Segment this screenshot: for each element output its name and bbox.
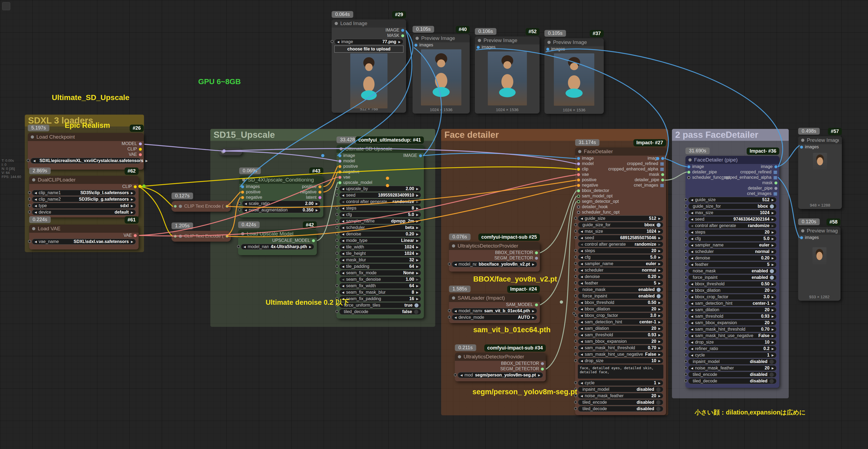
node-header[interactable]: Preview Image bbox=[475, 36, 539, 44]
node-preview-image-40[interactable]: 0.105s#40Preview Imageimages1024 × 1536 bbox=[412, 34, 470, 114]
widget-clip-name2[interactable]: ◀clip_name2SD35\clip_g.safetensors▶ bbox=[32, 196, 136, 202]
increment-arrow-icon[interactable]: ▶ bbox=[131, 198, 133, 201]
widget-socket[interactable] bbox=[574, 256, 577, 259]
widget-socket[interactable] bbox=[574, 359, 577, 362]
node-preview-image-37[interactable]: 0.105s#37Preview Imageimages1024 × 1536 bbox=[545, 38, 604, 114]
widget-socket[interactable] bbox=[684, 340, 687, 343]
widget-scheduler[interactable]: ◀schedulernormal▶ bbox=[688, 249, 777, 255]
widget-socket[interactable] bbox=[336, 245, 338, 248]
decrement-arrow-icon[interactable]: ◀ bbox=[581, 334, 583, 336]
widget-socket[interactable] bbox=[574, 262, 577, 265]
widget-sam-mask-hint-threshold[interactable]: ◀sam_mask_hint_threshold0.70▶ bbox=[578, 345, 663, 351]
widget-socket[interactable] bbox=[684, 366, 687, 369]
decrement-arrow-icon[interactable]: ◀ bbox=[342, 233, 344, 236]
increment-arrow-icon[interactable]: ▶ bbox=[658, 249, 661, 252]
increment-arrow-icon[interactable]: ▶ bbox=[658, 301, 661, 304]
increment-arrow-icon[interactable]: ▶ bbox=[416, 285, 418, 288]
collapse-dot-icon[interactable] bbox=[452, 296, 455, 300]
node-sd4x-upscale-conditioning[interactable]: 0.069s#43SD_4XUpscale_Conditioningimages… bbox=[239, 176, 323, 217]
widget-socket[interactable] bbox=[684, 334, 687, 337]
output-slot-CLIP[interactable] bbox=[134, 185, 137, 188]
decrement-arrow-icon[interactable]: ◀ bbox=[245, 209, 247, 212]
output-slot[interactable] bbox=[226, 235, 228, 238]
decrement-arrow-icon[interactable]: ◀ bbox=[581, 282, 583, 285]
decrement-arrow-icon[interactable]: ◀ bbox=[691, 263, 693, 266]
decrement-arrow-icon[interactable]: ◀ bbox=[691, 211, 693, 214]
increment-arrow-icon[interactable]: ▶ bbox=[416, 297, 418, 300]
widget-socket[interactable] bbox=[28, 198, 31, 201]
decrement-arrow-icon[interactable]: ◀ bbox=[342, 239, 344, 242]
node-header[interactable]: UltralyticsDetectorProvider bbox=[449, 242, 540, 250]
widget-socket[interactable] bbox=[28, 211, 31, 214]
widget-socket[interactable] bbox=[574, 269, 577, 272]
widget-steps[interactable]: ◀steps20▶ bbox=[688, 229, 777, 235]
decrement-arrow-icon[interactable]: ◀ bbox=[581, 382, 583, 385]
decrement-arrow-icon[interactable]: ◀ bbox=[581, 217, 583, 220]
increment-arrow-icon[interactable]: ▶ bbox=[772, 347, 774, 350]
toggle-force-uniform-tiles[interactable]: force_uniform_tilestrue bbox=[339, 302, 421, 308]
increment-arrow-icon[interactable]: ▶ bbox=[772, 354, 774, 357]
decrement-arrow-icon[interactable]: ◀ bbox=[691, 282, 693, 286]
widget-socket[interactable] bbox=[684, 282, 687, 285]
toggle-knob-icon[interactable] bbox=[656, 387, 661, 392]
decrement-arrow-icon[interactable]: ◀ bbox=[581, 347, 583, 350]
increment-arrow-icon[interactable]: ▶ bbox=[658, 382, 661, 385]
widget-socket[interactable] bbox=[684, 289, 687, 292]
node-preview-image-52[interactable]: 0.106s#52Preview Imageimages1024 × 1536 bbox=[475, 36, 539, 114]
widget-socket[interactable] bbox=[684, 198, 687, 201]
widget-feather[interactable]: ◀feather5▶ bbox=[578, 280, 663, 286]
widget-socket[interactable] bbox=[574, 301, 577, 304]
output-slot-UPSCALE_MODEL[interactable] bbox=[312, 239, 315, 242]
widget-socket[interactable] bbox=[684, 373, 687, 376]
group-title-bar[interactable]: Face detailer bbox=[441, 129, 668, 141]
increment-arrow-icon[interactable]: ▶ bbox=[772, 211, 774, 214]
decrement-arrow-icon[interactable]: ◀ bbox=[581, 269, 583, 272]
toggle-tiled-decode[interactable]: tiled_decodefalse bbox=[339, 309, 421, 315]
node-header[interactable]: SD_4XUpscale_Conditioning bbox=[239, 176, 323, 184]
node-header[interactable]: Ultimate SD Upscale bbox=[337, 145, 424, 153]
widget-drop-size[interactable]: ◀drop_size10▶ bbox=[578, 358, 663, 364]
increment-arrow-icon[interactable]: ▶ bbox=[772, 302, 774, 305]
output-slot-grid-cnet_images[interactable]: ▦ bbox=[660, 183, 664, 187]
node-header[interactable]: Preview Image bbox=[412, 34, 470, 42]
widget-socket[interactable] bbox=[684, 211, 687, 214]
output-slot-VAE[interactable] bbox=[139, 153, 142, 156]
widget-bbox-crop-factor[interactable]: ◀bbox_crop_factor3.0▶ bbox=[578, 312, 663, 319]
input-slot-vae[interactable] bbox=[577, 173, 580, 176]
decrement-arrow-icon[interactable]: ◀ bbox=[691, 347, 693, 350]
increment-arrow-icon[interactable]: ▶ bbox=[416, 200, 418, 203]
input-slot-vae[interactable] bbox=[338, 176, 341, 179]
widget-socket[interactable] bbox=[336, 193, 338, 197]
widget-sam-dilation[interactable]: ◀sam_dilation20▶ bbox=[578, 326, 663, 331]
node-dual-clip-loader[interactable]: 2.869s#62DualCLIPLoaderCLIP◀clip_name1SD… bbox=[29, 176, 138, 217]
increment-arrow-icon[interactable]: ▶ bbox=[772, 328, 774, 331]
increment-arrow-icon[interactable]: ▶ bbox=[772, 250, 774, 253]
decrement-arrow-icon[interactable]: ◀ bbox=[342, 246, 344, 249]
widget-socket[interactable] bbox=[331, 40, 334, 43]
output-slot-BBOX_DETECTOR[interactable] bbox=[541, 362, 544, 365]
widget-sam-threshold[interactable]: ◀sam_threshold0.93▶ bbox=[688, 313, 777, 319]
widget-socket[interactable] bbox=[336, 284, 338, 287]
widget-guide-size[interactable]: ◀guide_size512▶ bbox=[688, 197, 777, 203]
decrement-arrow-icon[interactable]: ◀ bbox=[581, 353, 583, 356]
widget-steps[interactable]: ◀steps20▶ bbox=[578, 248, 663, 254]
increment-arrow-icon[interactable]: ▶ bbox=[772, 367, 774, 370]
widget-seam-fix-padding[interactable]: ◀seam_fix_padding16▶ bbox=[339, 296, 421, 302]
decrement-arrow-icon[interactable]: ◀ bbox=[691, 308, 693, 311]
increment-arrow-icon[interactable]: ▶ bbox=[416, 207, 418, 210]
increment-arrow-icon[interactable]: ▶ bbox=[772, 224, 774, 227]
increment-arrow-icon[interactable]: ▶ bbox=[532, 309, 534, 312]
node-load-checkpoint[interactable]: 5.197s#26Load CheckpointMODELCLIPVAE◀ckp… bbox=[28, 133, 144, 170]
increment-arrow-icon[interactable]: ▶ bbox=[416, 213, 418, 216]
output-slot-image[interactable] bbox=[774, 165, 777, 168]
decrement-arrow-icon[interactable]: ◀ bbox=[581, 256, 583, 259]
widget-sampler-name[interactable]: ◀sampler_namedpmpp_2m▶ bbox=[339, 218, 421, 224]
output-slot-grid-cropped_enhanced_alpha[interactable]: ▦ bbox=[773, 175, 777, 180]
input-slot-images[interactable] bbox=[800, 236, 803, 239]
collapse-dot-icon[interactable] bbox=[340, 147, 343, 150]
widget-denoise[interactable]: ◀denoise0.20▶ bbox=[578, 274, 663, 280]
increment-arrow-icon[interactable]: ▶ bbox=[658, 269, 661, 272]
input-slot-image[interactable] bbox=[577, 157, 580, 160]
widget-seam-fix-mask-blur[interactable]: ◀seam_fix_mask_blur8▶ bbox=[339, 289, 421, 295]
decrement-arrow-icon[interactable]: ◀ bbox=[581, 275, 583, 278]
